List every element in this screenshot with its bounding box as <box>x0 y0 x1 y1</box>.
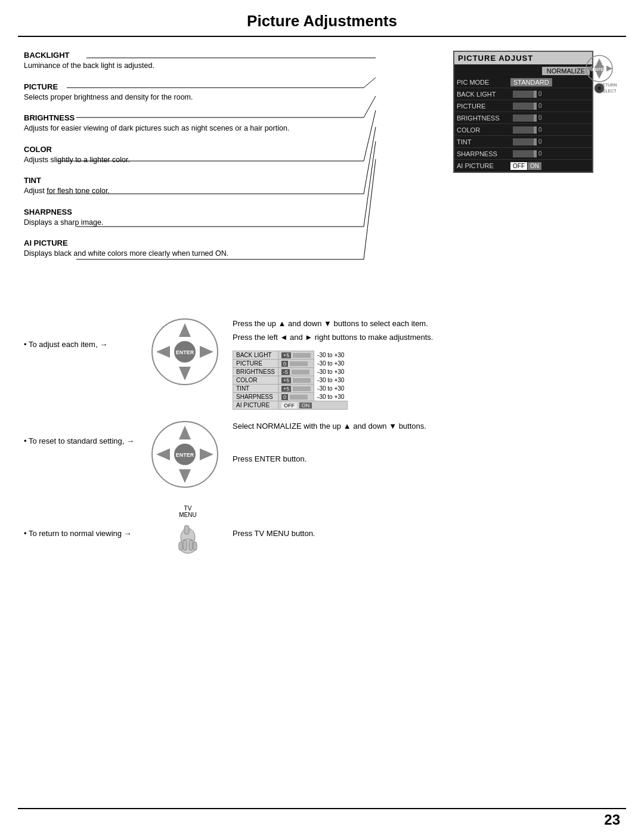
brightness-bar-fill <box>534 114 537 122</box>
adj-ai-on: ON <box>299 402 312 408</box>
ai-picture-panel-label: AI PICTURE <box>457 162 510 169</box>
adj-range-backlight: -30 to +30 <box>314 351 348 360</box>
adj-label-brightness: BRIGHTNESS <box>233 368 278 376</box>
picture-bar-fill <box>534 103 537 110</box>
adj-val-backlight-num: +5 <box>281 352 291 358</box>
brightness-value: 0 <box>538 114 542 121</box>
svg-text:ENTER: ENTER <box>592 67 606 72</box>
tint-title: TINT <box>24 176 358 185</box>
instruction-text-3: Press TV MENU button. <box>233 529 620 538</box>
adj-range-sharpness: -30 to +30 <box>314 393 348 401</box>
adj-range-color: -30 to +30 <box>314 376 348 385</box>
adj-val-brightness-num: -5 <box>281 369 290 375</box>
svg-marker-27 <box>179 367 191 380</box>
color-title: COLOR <box>24 145 358 154</box>
svg-rect-40 <box>184 525 189 534</box>
instruction-text-2: Select NORMALIZE with the up ▲ and down … <box>233 419 620 463</box>
svg-line-11 <box>364 141 376 227</box>
color-bar <box>513 126 537 134</box>
svg-rect-45 <box>193 542 197 550</box>
page-number: 23 <box>604 812 620 828</box>
adj-row-backlight: BACK LIGHT +5 -30 to +30 <box>233 351 348 360</box>
svg-point-24 <box>597 86 601 90</box>
ai-picture-desc: Displays black and white colors more cle… <box>24 249 358 259</box>
panel-row-ai-picture: AI PICTURE OFF ON <box>454 160 592 172</box>
svg-marker-26 <box>179 323 191 337</box>
color-bar-fill <box>534 126 537 134</box>
instruction-row-1: • To adjust each item, → ENTER <box>24 316 620 410</box>
backlight-value: 0 <box>538 91 542 97</box>
bullet-text-2: • To reset to standard setting, → <box>24 419 143 445</box>
panel-row-picture: PICTURE 0 <box>454 100 592 112</box>
color-panel-label: COLOR <box>457 126 510 134</box>
main-content: BACKLIGHT Luminance of the back light is… <box>24 45 620 800</box>
bottom-section: • To adjust each item, → ENTER <box>24 316 620 570</box>
top-border <box>18 36 626 37</box>
bottom-border <box>18 808 626 809</box>
svg-line-7 <box>364 110 376 161</box>
instruction-row-2: • To reset to standard setting, → ENTER … <box>24 419 620 496</box>
tint-desc: Adjust for flesh tone color. <box>24 186 358 197</box>
panel-row-sharpness: SHARPNESS 0 <box>454 148 592 160</box>
adj-ai-off: OFF <box>281 402 297 408</box>
adj-val-tint: +5 <box>278 385 314 393</box>
sharpness-value: 0 <box>538 150 542 157</box>
adj-val-sharpness-num: 0 <box>281 394 288 400</box>
panel-row-pic-mode: PIC MODE STANDARD <box>454 76 592 88</box>
adj-row-picture: PICTURE 0 -30 to +30 <box>233 360 348 368</box>
instruction-text-1: Press the up ▲ and down ▼ buttons to sel… <box>233 316 620 410</box>
adj-bar-color <box>293 378 311 383</box>
sharpness-desc: Displays a sharp image. <box>24 218 358 228</box>
svg-marker-29 <box>200 346 213 358</box>
panel-title: PICTURE ADJUST <box>458 54 533 63</box>
backlight-label: BACK LIGHT <box>457 91 510 98</box>
svg-marker-33 <box>179 426 191 439</box>
sharpness-panel-label: SHARPNESS <box>457 150 510 157</box>
svg-marker-15 <box>596 58 602 64</box>
ai-on-label[interactable]: ON <box>528 162 541 170</box>
brightness-title: BRIGHTNESS <box>24 113 358 122</box>
svg-marker-16 <box>596 73 602 79</box>
tv-menu-label: TV MENU <box>179 505 196 518</box>
adj-range-brightness: -30 to +30 <box>314 368 348 376</box>
panel-header: PICTURE ADJUST <box>454 52 592 64</box>
svg-marker-18 <box>606 66 612 72</box>
ai-picture-title: AI PICTURE <box>24 239 358 247</box>
tint-bar-fill <box>534 138 537 145</box>
page-title: Picture Adjustments <box>0 12 644 30</box>
adj-table: BACK LIGHT +5 -30 to +30 PICTURE 0 <box>233 351 348 410</box>
panel-row-backlight: BACK LIGHT 0 <box>454 88 592 100</box>
backlight-bar <box>513 91 537 98</box>
backlight-block: BACKLIGHT Luminance of the back light is… <box>24 51 358 72</box>
adj-range-tint: -30 to +30 <box>314 385 348 393</box>
adj-label-sharpness: SHARPNESS <box>233 393 278 401</box>
adj-bar-brightness <box>292 370 309 374</box>
dpad-1: ENTER <box>149 316 227 394</box>
ai-off-label[interactable]: OFF <box>510 162 527 170</box>
adj-label-tint: TINT <box>233 385 278 393</box>
svg-rect-44 <box>189 540 193 550</box>
panel-row-tint: TINT 0 <box>454 136 592 148</box>
svg-line-5 <box>364 96 376 117</box>
bullet-text-3: • To return to normal viewing → <box>24 529 143 538</box>
brightness-bar <box>513 114 537 122</box>
picture-bar <box>513 103 537 110</box>
adj-row-ai: AI PICTURE OFF ON <box>233 401 348 410</box>
picture-desc: Selects proper brightness and density fo… <box>24 92 358 103</box>
adj-val-picture: 0 <box>278 360 314 368</box>
adj-bar-picture <box>290 361 308 366</box>
adj-row-tint: TINT +5 -30 to +30 <box>233 385 348 393</box>
color-desc: Adjusts slightly to a lighter color. <box>24 155 358 166</box>
instruction-sub-1: Press the left ◄ and ► right buttons to … <box>233 333 620 342</box>
adj-row-sharpness: SHARPNESS 0 -30 to +30 <box>233 393 348 401</box>
svg-text:ENTER: ENTER <box>176 452 194 458</box>
backlight-desc: Luminance of the back light is adjusted. <box>24 61 358 72</box>
picture-panel-label: PICTURE <box>457 103 510 110</box>
svg-marker-17 <box>586 66 592 72</box>
instruction-row-3: • To return to normal viewing → TV MENU <box>24 505 620 561</box>
tint-bar <box>513 138 537 145</box>
adj-val-brightness: -5 <box>278 368 314 376</box>
color-block: COLOR Adjusts slightly to a lighter colo… <box>24 145 358 166</box>
adj-label-backlight: BACK LIGHT <box>233 351 278 360</box>
panel-row-brightness: BRIGHTNESS 0 <box>454 112 592 124</box>
